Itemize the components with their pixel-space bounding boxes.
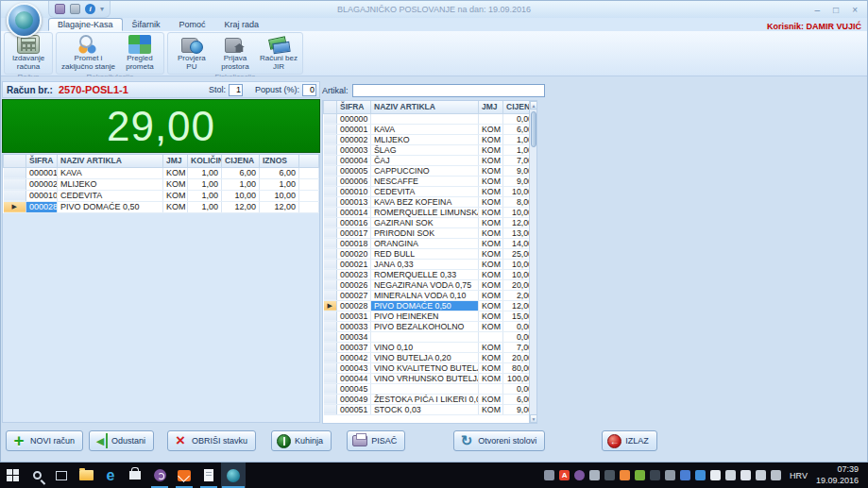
cell-naziv[interactable]: ROMERQUELLE LIMUNSKA TRA.. [371,207,479,217]
table-row[interactable]: 000037VINO 0,10KOM7,00 [324,342,536,352]
cell-sifra[interactable]: 000034 [337,331,371,342]
cell-jmj[interactable]: KOM [479,155,503,165]
articles-scrollbar[interactable]: ▲ ▼ [529,101,536,423]
obriši-stavku-button[interactable]: OBRIŠI stavku [167,430,256,451]
cell-sifra[interactable]: 000013 [337,196,371,207]
novi-račun-button[interactable]: NOVI račun [6,430,83,451]
tab--ifarnik[interactable]: Šifarnik [123,18,170,31]
tab-pomo-[interactable]: Pomoć [170,18,215,31]
cell-jmj[interactable] [479,113,503,124]
table-row[interactable]: 000043VINO KVALITETNO BUTELJA 0,70KOM80,… [324,362,536,373]
cell-jmj[interactable] [479,331,503,342]
table-row[interactable]: ▶000028PIVO DOMAĆE 0,50KOM1,0012,0012,00 [4,201,319,212]
cell-kolicina[interactable]: 1,00 [188,190,222,201]
cell-jmj[interactable]: KOM [479,373,503,383]
cell-jmj[interactable]: KOM [479,279,503,290]
article-search-input[interactable] [352,84,545,97]
tray-home-icon[interactable] [620,470,630,480]
cell-jmj[interactable]: KOM [479,311,503,321]
cell-sifra[interactable]: 000003 [337,144,371,155]
cell-sifra[interactable]: 000021 [337,259,371,269]
cell-naziv[interactable]: PIVO HEINEKEN [371,311,479,321]
table-row[interactable]: 000001KAVAKOM6,00 [324,124,536,134]
cell-jmj[interactable]: KOM [163,190,188,201]
tray-viber-tray-icon[interactable] [574,470,585,480]
cell-jmj[interactable]: KOM [479,134,503,144]
table-row[interactable]: 000018ORANGINAKOM14,00 [324,238,536,248]
tray-cloud-icon[interactable] [665,470,675,480]
taskbar-start-icon[interactable] [0,463,25,488]
cell-sifra[interactable]: 000010 [26,190,58,201]
cell-naziv[interactable]: CEDEVITA [58,190,163,201]
cell-sifra[interactable]: 000004 [337,155,371,165]
table-row[interactable]: 000023ROMERQUELLE 0,33KOM10,00 [324,269,536,279]
tray-chat-icon[interactable] [544,470,554,480]
table-row[interactable]: 000031PIVO HEINEKENKOM15,00 [324,311,536,321]
kuhinja-button[interactable]: Kuhinja [271,430,332,451]
language-indicator[interactable]: HRV [786,471,811,480]
cell-naziv[interactable]: STOCK 0,03 [371,404,479,414]
cell-jmj[interactable]: KOM [479,227,503,238]
taskbar-mail-icon[interactable] [172,463,196,488]
cell-cijena[interactable]: 6,00 [222,167,260,178]
column-header[interactable]: NAZIV ARTIKLA [371,101,479,113]
cell-jmj[interactable]: KOM [163,201,188,212]
column-header[interactable]: ŠIFRA [26,155,58,167]
cell-jmj[interactable]: KOM [479,196,503,207]
tab-kraj-rada[interactable]: Kraj rada [215,18,269,31]
cell-sifra[interactable]: 000031 [337,311,371,321]
cell-kolicina[interactable]: 1,00 [188,178,222,190]
cell-jmj[interactable]: KOM [479,165,503,176]
table-row[interactable]: 000033PIVO BEZALKOHOLNOKOM0,00 [324,321,536,331]
otvoreni-stolovi-button[interactable]: Otvoreni stolovi [453,430,545,451]
cell-_fill[interactable] [299,178,319,190]
table-number-input[interactable] [229,84,243,96]
cell-jmj[interactable]: KOM [479,217,503,227]
cell-sifra[interactable]: 000014 [337,207,371,217]
ribbon-button-calculator[interactable]: Izdavanjeračuna [7,34,50,72]
taskbar-store-icon[interactable] [123,463,147,488]
cell-jmj[interactable]: KOM [479,238,503,248]
cell-naziv[interactable]: ROMERQUELLE 0,33 [371,269,479,279]
close-button[interactable]: × [852,5,858,15]
cell-sifra[interactable]: 000045 [337,383,371,394]
cell-jmj[interactable]: KOM [479,186,503,196]
cell-jmj[interactable]: KOM [163,167,188,178]
cell-jmj[interactable]: KOM [479,321,503,331]
table-row[interactable]: 0000000,00 [324,113,536,124]
cell-sifra[interactable]: 000043 [337,362,371,373]
taskbar-document-icon[interactable] [196,463,221,488]
table-row[interactable]: 000020RED BULLKOM25,00 [324,248,536,259]
table-row[interactable]: 000042VINO BUTELJA 0,20KOM20,00 [324,352,536,362]
qat-dropdown-icon[interactable]: ▾ [100,5,104,13]
tray-bluetooth-icon[interactable] [680,470,690,480]
cell-sifra[interactable]: 000026 [337,279,371,290]
cell-jmj[interactable]: KOM [479,342,503,352]
table-row[interactable]: 000044VINO VRHUNSKO BUTELJA 0,70KOM100,0… [324,373,536,383]
tray-adobe-icon[interactable]: A [559,470,570,480]
table-row[interactable]: 000051STOCK 0,03KOM9,00 [324,404,536,414]
ribbon-button-pregled[interactable]: Pregledprometa [118,34,162,72]
cell-naziv[interactable]: VINO BUTELJA 0,20 [371,352,479,362]
table-row[interactable]: 000049ŽESTOKA PIĆA I LIKERI 0,03KOM6,00 [324,394,536,404]
odustani-button[interactable]: Odustani [89,430,154,451]
tray-note-icon[interactable] [756,470,766,480]
cell-naziv[interactable]: RED BULL [371,248,479,259]
cell-naziv[interactable]: GAZIRANI SOK [371,217,479,227]
cell-jmj[interactable]: KOM [479,404,503,414]
table-row[interactable]: 000001KAVAKOM1,006,006,00 [4,167,319,178]
table-row[interactable]: 000013KAVA BEZ KOFEINAKOM8,00 [324,196,536,207]
cell-sifra[interactable]: 000028 [26,201,58,212]
column-header[interactable]: JMJ [163,155,188,167]
cell-iznos[interactable]: 6,00 [260,167,299,178]
cell-naziv[interactable]: MLIJEKO [58,178,163,190]
taskbar-clock[interactable]: 07:39 19.09.2016 [816,464,864,486]
cell-jmj[interactable]: KOM [479,290,503,300]
cell-jmj[interactable]: KOM [479,176,503,186]
cell-naziv[interactable]: JANA 0,33 [371,259,479,269]
qat-tool-icon[interactable] [70,4,80,14]
table-row[interactable]: 000014ROMERQUELLE LIMUNSKA TRA..KOM10,00 [324,207,536,217]
cell-jmj[interactable]: KOM [163,178,188,190]
cell-naziv[interactable]: CEDEVITA [371,186,479,196]
cell-sifra[interactable]: 000033 [337,321,371,331]
